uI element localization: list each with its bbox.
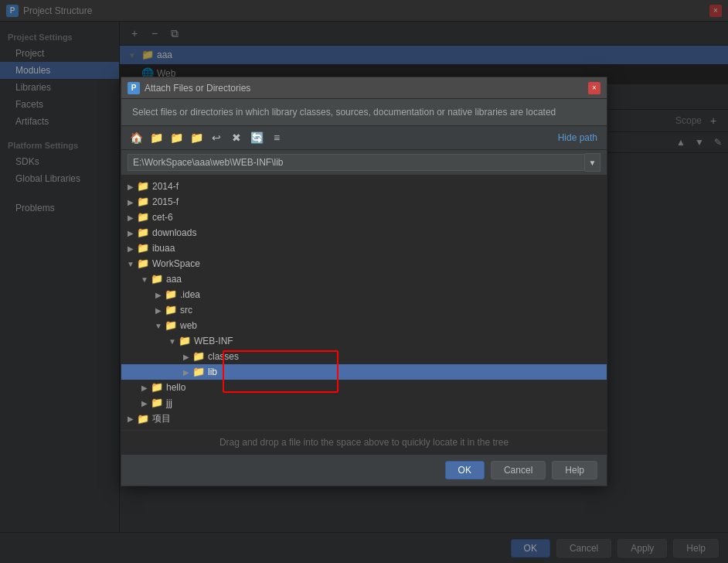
arrow-jjj bbox=[138, 399, 151, 408]
path-row: ▼ bbox=[121, 150, 607, 176]
modal-app-icon: P bbox=[128, 82, 140, 94]
label-2015f: 2015-f bbox=[152, 196, 179, 207]
refresh-arrow-button[interactable]: ↩ bbox=[208, 129, 225, 146]
tree-item-jjj[interactable]: 📁 jjj bbox=[121, 395, 607, 411]
arrow-ibuaa bbox=[124, 244, 137, 253]
file-tree[interactable]: 📁 2014-f 📁 2015-f 📁 cet-6 📁 downloads bbox=[121, 176, 607, 430]
folder-icon-aaa: 📁 bbox=[151, 273, 163, 285]
label-classes: classes bbox=[208, 351, 239, 362]
label-web: web bbox=[180, 320, 197, 331]
label-workspace: WorkSpace bbox=[152, 258, 200, 269]
folder-icon-src: 📁 bbox=[165, 304, 177, 316]
folder-icon-workspace: 📁 bbox=[137, 258, 149, 270]
tree-item-webinf[interactable]: 📁 WEB-INF bbox=[121, 333, 607, 349]
modal-description: Select files or directories in which lib… bbox=[121, 99, 607, 126]
label-hello: hello bbox=[166, 382, 185, 393]
tree-item-downloads[interactable]: 📁 downloads bbox=[121, 225, 607, 241]
folder-icon-web: 📁 bbox=[165, 319, 177, 332]
modal-close-button[interactable]: × bbox=[588, 82, 600, 94]
home-button[interactable]: 🏠 bbox=[128, 129, 145, 146]
tree-item-aaa[interactable]: 📁 aaa bbox=[121, 271, 607, 287]
modal-toolbar-buttons: 🏠 📁 📁 📁 ↩ ✖ 🔄 ≡ bbox=[128, 129, 285, 146]
modal-cancel-button[interactable]: Cancel bbox=[491, 461, 546, 479]
tree-item-hello[interactable]: 📁 hello bbox=[121, 380, 607, 395]
arrow-src bbox=[152, 306, 165, 315]
arrow-xiangmu bbox=[124, 415, 137, 423]
tree-item-classes[interactable]: 📁 classes bbox=[121, 349, 607, 364]
label-2014f: 2014-f bbox=[152, 181, 179, 192]
modal-overlay: P Attach Files or Directories × Select f… bbox=[0, 0, 728, 563]
modal-help-button[interactable]: Help bbox=[552, 461, 597, 479]
folder-icon-cet6: 📁 bbox=[137, 211, 149, 223]
label-aaa: aaa bbox=[166, 274, 182, 285]
path-dropdown-button[interactable]: ▼ bbox=[585, 153, 600, 172]
modal-toolbar: 🏠 📁 📁 📁 ↩ ✖ 🔄 ≡ Hide path bbox=[121, 126, 607, 150]
arrow-web bbox=[152, 322, 165, 330]
label-jjj: jjj bbox=[166, 398, 172, 408]
arrow-2015f bbox=[124, 198, 137, 206]
arrow-cet6 bbox=[124, 213, 137, 222]
path-input[interactable] bbox=[128, 154, 585, 171]
folder-icon-webinf: 📁 bbox=[179, 335, 191, 347]
arrow-webinf bbox=[166, 337, 179, 346]
folder-icon-jjj: 📁 bbox=[151, 397, 163, 409]
modal-title: Attach Files or Directories bbox=[145, 83, 588, 94]
tree-item-ibuaa[interactable]: 📁 ibuaa bbox=[121, 241, 607, 256]
label-src: src bbox=[180, 305, 192, 316]
label-downloads: downloads bbox=[152, 227, 196, 238]
arrow-2014f bbox=[124, 183, 137, 191]
arrow-lib bbox=[180, 368, 192, 377]
menu-button[interactable]: ≡ bbox=[268, 129, 285, 146]
tree-item-2015f[interactable]: 📁 2015-f bbox=[121, 194, 607, 210]
label-ibuaa: ibuaa bbox=[152, 243, 175, 254]
label-cet6: cet-6 bbox=[152, 212, 173, 223]
folder-icon-xiangmu: 📁 bbox=[137, 413, 149, 425]
tree-item-src[interactable]: 📁 src bbox=[121, 302, 607, 318]
tree-item-xiangmu[interactable]: 📁 项目 bbox=[121, 411, 607, 427]
arrow-aaa bbox=[138, 275, 151, 284]
delete-button[interactable]: ✖ bbox=[228, 129, 245, 146]
folder-icon-classes: 📁 bbox=[192, 350, 205, 363]
modal-title-bar: P Attach Files or Directories × bbox=[121, 77, 607, 99]
label-idea: .idea bbox=[180, 289, 200, 300]
folder-icon-2015f: 📁 bbox=[137, 196, 149, 208]
modal-button-row: OK Cancel Help bbox=[121, 454, 607, 486]
folder-icon-ibuaa: 📁 bbox=[137, 242, 149, 254]
folder-icon-downloads: 📁 bbox=[137, 227, 149, 239]
folder-button-2[interactable]: 📁 bbox=[168, 129, 185, 146]
refresh-button[interactable]: 🔄 bbox=[248, 129, 265, 146]
folder-icon-2014f: 📁 bbox=[137, 180, 149, 193]
tree-item-lib[interactable]: 📁 lib bbox=[121, 364, 607, 380]
tree-item-web[interactable]: 📁 web bbox=[121, 318, 607, 333]
new-folder-button[interactable]: 📁 bbox=[148, 129, 165, 146]
folder-icon-idea: 📁 bbox=[165, 288, 177, 301]
folder-icon-lib: 📁 bbox=[192, 366, 205, 378]
tree-item-2014f[interactable]: 📁 2014-f bbox=[121, 179, 607, 194]
folder-button-3[interactable]: 📁 bbox=[188, 129, 205, 146]
tree-item-workspace[interactable]: 📁 WorkSpace bbox=[121, 256, 607, 271]
tree-item-cet6[interactable]: 📁 cet-6 bbox=[121, 210, 607, 225]
modal-ok-button[interactable]: OK bbox=[445, 461, 485, 479]
arrow-idea bbox=[152, 291, 165, 299]
arrow-workspace bbox=[124, 260, 137, 268]
tree-item-idea[interactable]: 📁 .idea bbox=[121, 287, 607, 302]
label-lib: lib bbox=[208, 367, 217, 377]
label-webinf: WEB-INF bbox=[194, 336, 233, 346]
hide-path-button[interactable]: Hide path bbox=[555, 131, 600, 145]
attach-files-dialog: P Attach Files or Directories × Select f… bbox=[121, 77, 607, 486]
folder-icon-hello: 📁 bbox=[151, 381, 163, 394]
label-xiangmu: 项目 bbox=[152, 412, 171, 425]
arrow-hello bbox=[138, 384, 151, 392]
arrow-classes bbox=[180, 353, 192, 361]
arrow-downloads bbox=[124, 229, 137, 237]
drag-hint: Drag and drop a file into the space abov… bbox=[121, 430, 607, 454]
